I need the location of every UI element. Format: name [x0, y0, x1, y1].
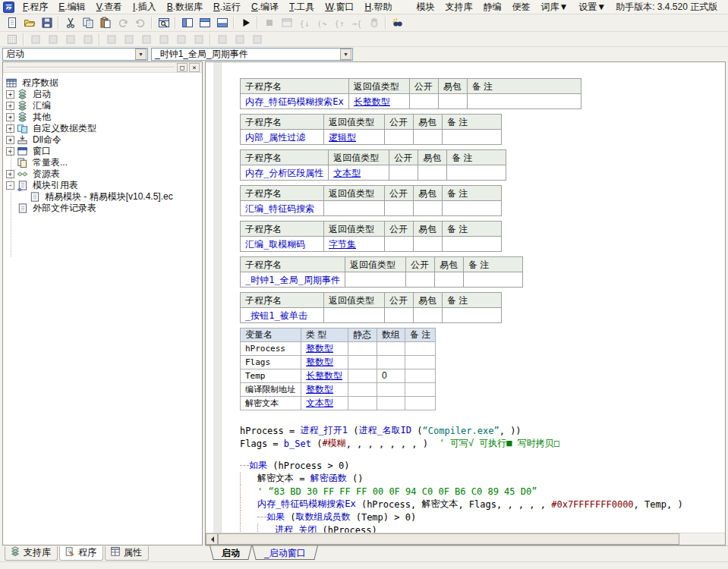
proc-empty-cell[interactable]: [414, 201, 443, 216]
variable-array-cell[interactable]: [377, 342, 405, 356]
proc-empty-cell[interactable]: [405, 272, 434, 288]
tree-item-自定义数据类型[interactable]: +自定义数据类型: [6, 123, 202, 134]
tree-item-资源表[interactable]: +资源表: [6, 168, 202, 180]
cut-button[interactable]: [61, 15, 79, 30]
procedure-name-cell[interactable]: 内存_特征码模糊搜索Ex: [241, 94, 349, 109]
menu-item[interactable]: I.插入: [128, 0, 162, 14]
variable-static-cell[interactable]: [348, 342, 377, 356]
scroll-left-button[interactable]: [206, 533, 218, 545]
return-type-cell[interactable]: [324, 201, 385, 216]
tree-root[interactable]: 程序数据: [6, 77, 202, 89]
proc-empty-cell[interactable]: [409, 94, 438, 109]
proc-empty-cell[interactable]: [418, 165, 447, 181]
panel-grabber[interactable]: [6, 67, 175, 68]
menu-item[interactable]: W.窗口: [320, 0, 359, 14]
proc-empty-cell[interactable]: [414, 130, 443, 145]
chevron-down-icon[interactable]: ▼: [340, 49, 351, 60]
variable-array-cell[interactable]: 0: [377, 369, 405, 383]
variable-array-cell[interactable]: [377, 356, 405, 369]
menu-item-plugin[interactable]: 支持库: [440, 0, 477, 14]
variable-static-cell[interactable]: [348, 356, 377, 369]
tree-item-其他[interactable]: +其他: [6, 112, 202, 123]
variable-name-cell[interactable]: Flags: [241, 356, 301, 369]
tree-item-汇编[interactable]: +汇编: [6, 100, 202, 112]
proc-empty-cell[interactable]: [443, 237, 502, 252]
variable-note-cell[interactable]: [405, 356, 436, 369]
menu-item[interactable]: F.程序: [17, 0, 53, 14]
editor-horizontal-scrollbar[interactable]: [206, 533, 725, 545]
variable-type-cell[interactable]: 长整数型: [301, 369, 348, 383]
code-line[interactable]: Flags = b_Set (#模糊, , , , , , , ) ' 可写√ …: [240, 437, 725, 450]
menu-item-plugin[interactable]: 模块: [411, 0, 440, 14]
proc-empty-cell[interactable]: [467, 94, 581, 109]
window-selector-combo[interactable]: 启动 ▼: [2, 48, 148, 61]
code-line[interactable]: hProcess = 进程_打开1 (进程_名取ID (“Compiler.ex…: [240, 424, 725, 437]
proc-empty-cell[interactable]: [434, 272, 463, 288]
layout-program-button[interactable]: [178, 15, 196, 30]
proc-empty-cell[interactable]: [463, 272, 522, 288]
procedure-name-cell[interactable]: 汇编_取模糊码: [241, 237, 324, 252]
code-line[interactable]: ' “83 BD 30 FF FF FF 00 0F 94 C0 0F B6 C…: [240, 485, 725, 498]
proc-empty-cell[interactable]: [385, 130, 414, 145]
panel-tab-属性[interactable]: 属性: [105, 546, 149, 561]
menu-item-plugin[interactable]: 词库▼: [535, 0, 573, 14]
code-line[interactable]: 进程_关闭 (hProcess): [240, 523, 725, 533]
return-type-cell[interactable]: 文本型: [329, 165, 389, 181]
menu-item[interactable]: T.工具: [284, 0, 320, 14]
return-type-cell[interactable]: [324, 308, 385, 323]
code-line[interactable]: 解密文本 = 解密函数 (): [240, 472, 725, 485]
chevron-down-icon[interactable]: ▼: [135, 49, 147, 60]
variable-note-cell[interactable]: [405, 342, 436, 356]
variable-name-cell[interactable]: 编译限制地址: [241, 383, 301, 397]
variable-type-cell[interactable]: 文本型: [301, 397, 348, 410]
menu-item-plugin[interactable]: 设置▼: [573, 0, 611, 14]
procedure-selector-combo[interactable]: _时钟1_全局_周期事件 ▼: [151, 48, 353, 61]
panel-tab-支持库[interactable]: 支持库: [5, 546, 58, 561]
variable-note-cell[interactable]: [405, 383, 436, 397]
copy-button[interactable]: [79, 15, 96, 30]
return-type-cell[interactable]: [345, 272, 405, 288]
tree-item-模块引用表[interactable]: -模块引用表: [6, 180, 202, 191]
variable-static-cell[interactable]: [348, 369, 377, 383]
editor-tab-启动[interactable]: 启动: [210, 545, 252, 561]
panel-maximize-button[interactable]: □: [177, 63, 188, 72]
menu-item[interactable]: H.帮助: [359, 0, 397, 14]
menu-item[interactable]: B.数据库: [162, 0, 208, 14]
procedure-name-cell[interactable]: _按钮1_被单击: [241, 308, 324, 323]
proc-empty-cell[interactable]: [385, 201, 414, 216]
paste-button[interactable]: [96, 15, 114, 30]
tree-item-精易模块-精易模块-v10-4-5-ec[interactable]: 精易模块 - 精易模块[v10.4.5].ec: [6, 191, 202, 203]
variable-note-cell[interactable]: [405, 397, 436, 410]
tree-item-窗口[interactable]: +窗口: [6, 146, 202, 157]
variable-static-cell[interactable]: [348, 397, 377, 410]
find-button[interactable]: [389, 15, 406, 30]
variable-note-cell[interactable]: [405, 369, 436, 383]
tree-item-Dll命令[interactable]: +Dll命令: [6, 134, 202, 146]
code-line[interactable]: 内存_特征码模糊搜索Ex (hProcess, 解密文本, Flags, , ,…: [240, 498, 725, 511]
run-button[interactable]: [237, 15, 254, 30]
proc-empty-cell[interactable]: [414, 237, 443, 252]
menu-item[interactable]: V.查看: [91, 0, 128, 14]
tree-item-外部文件记录表[interactable]: 外部文件记录表: [6, 203, 202, 214]
proc-empty-cell[interactable]: [443, 130, 502, 145]
return-type-cell[interactable]: 逻辑型: [324, 130, 385, 145]
menu-item-plugin[interactable]: 便签: [506, 0, 535, 14]
layout-form-button[interactable]: [213, 15, 231, 30]
procedure-name-cell[interactable]: 内存_分析区段属性: [241, 165, 329, 181]
editor-tab-_启动窗口[interactable]: _启动窗口: [252, 545, 318, 561]
variable-type-cell[interactable]: 整数型: [301, 383, 348, 397]
code-editor[interactable]: 子程序名返回值类型公开易包备 注内存_特征码模糊搜索Ex长整数型+子程序名返回值…: [205, 61, 726, 545]
procedure-name-cell[interactable]: _时钟1_全局_周期事件: [241, 272, 345, 288]
proc-empty-cell[interactable]: [385, 308, 414, 323]
variable-array-cell[interactable]: [377, 397, 405, 410]
code-blank-line[interactable]: [240, 450, 725, 459]
open-file-button[interactable]: [20, 15, 38, 30]
proc-empty-cell[interactable]: [389, 165, 418, 181]
proc-empty-cell[interactable]: [438, 94, 467, 109]
tree-item-常量表-[interactable]: 常量表...: [6, 157, 202, 168]
menu-item-plugin[interactable]: 静编: [477, 0, 506, 14]
procedure-name-cell[interactable]: 内部_属性过滤: [241, 130, 324, 145]
tree-item-启动[interactable]: +启动: [6, 89, 202, 100]
return-type-cell[interactable]: 字节集: [324, 237, 385, 252]
panel-close-button[interactable]: ×: [189, 63, 200, 72]
